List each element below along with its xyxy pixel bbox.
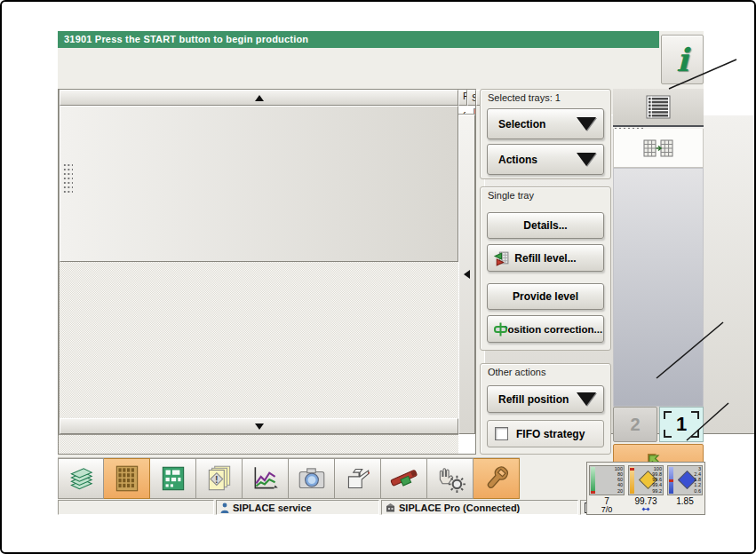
triangle-up-icon <box>255 95 264 101</box>
single-tray-label: Single tray <box>481 187 610 201</box>
triangle-down-icon <box>255 423 264 430</box>
feeder-tool-button[interactable] <box>381 458 427 499</box>
statistics-icon <box>250 464 282 493</box>
scroll-left-button[interactable] <box>458 115 475 434</box>
gauge-tick-labels: 10080604020 <box>615 467 623 494</box>
manual-gear-button[interactable] <box>427 458 473 499</box>
scrollbar-corner <box>59 434 458 454</box>
gauge-blue: 32.41.81.20.61.85 <box>667 465 703 514</box>
station-layout-button[interactable] <box>150 458 196 499</box>
tab-tray-view[interactable] <box>613 129 704 168</box>
manual-gear-icon <box>434 464 466 493</box>
gauge-sub-value: 7/0 <box>601 506 613 515</box>
gauge-tick-labels: 32.41.81.20.6 <box>694 467 701 494</box>
gauge-face: 10080604020 <box>589 465 625 495</box>
single-tray-group: Single tray Details... Refill level... P… <box>480 186 611 351</box>
gauge-yellow: 10099.899.699.499.299.73 <box>628 465 664 514</box>
vertical-scrollbar[interactable] <box>59 90 458 434</box>
gantry-2-button[interactable]: 2 <box>613 407 657 442</box>
setup-wrench-icon <box>481 464 513 493</box>
manual-screenshot-frame: 31901 Press the START button to begin pr… <box>0 0 756 554</box>
sidebar-filler <box>613 168 704 407</box>
user-icon <box>220 503 229 513</box>
gauge-tick-labels: 10099.899.699.499.2 <box>652 467 662 494</box>
other-actions-label: Other actions <box>481 364 610 377</box>
selection-dropdown-button[interactable]: Selection <box>487 108 604 139</box>
statistics-button[interactable] <box>243 458 289 499</box>
status-segment-empty <box>58 500 214 515</box>
maintenance-oilcan-button[interactable] <box>335 458 381 499</box>
gauge-limit-mark <box>630 468 634 471</box>
table-header-row: Position State Filling level Component C… <box>458 90 475 106</box>
maintenance-oilcan-icon <box>342 464 374 493</box>
gauge-bar <box>591 467 595 494</box>
refill-position-dropdown-button[interactable]: Refill position <box>487 385 604 413</box>
tray-view-icon <box>641 138 675 159</box>
gauge-value: 1.85 <box>676 496 693 506</box>
triangle-left-icon <box>464 270 470 279</box>
selected-trays-label: Selected trays: 1 <box>481 90 610 103</box>
selected-trays-group: Selected trays: 1 Selection Actions <box>480 89 611 179</box>
column-header-position[interactable]: Position <box>458 90 467 106</box>
gauge-limit-mark <box>669 479 673 482</box>
main-toolbar: ! <box>58 457 520 498</box>
error-log-icon: ! <box>203 464 235 493</box>
tab-list-view[interactable] <box>613 89 704 127</box>
dropdown-triangle-icon <box>577 117 596 131</box>
info-button[interactable]: i <box>661 35 704 84</box>
feeder-tool-icon <box>388 464 420 493</box>
dropdown-triangle-icon <box>577 153 596 166</box>
tray-grid-icon <box>111 464 143 493</box>
horizontal-scrollbar[interactable] <box>458 114 475 434</box>
fifo-strategy-row[interactable]: FIFO strategy <box>487 420 604 447</box>
message-bar: 31901 Press the START button to begin pr… <box>58 31 659 48</box>
refill-level-icon <box>493 249 510 266</box>
info-icon: i <box>676 44 688 75</box>
actions-dropdown-button[interactable]: Actions <box>487 144 604 175</box>
gauge-face: 10099.899.699.499.2 <box>628 465 664 495</box>
vertical-scroll-track[interactable] <box>60 262 458 418</box>
status-segment-user: SIPLACE service <box>216 500 379 515</box>
machine-icon <box>386 503 395 512</box>
tray-stack-icon <box>65 464 97 493</box>
gauge-face: 32.41.81.20.6 <box>667 465 703 495</box>
camera-button[interactable] <box>289 458 335 499</box>
fifo-strategy-checkbox[interactable] <box>495 427 508 440</box>
fifo-strategy-label: FIFO strategy <box>516 428 585 440</box>
column-header-state[interactable]: State <box>467 90 476 106</box>
station-layout-icon <box>157 464 189 493</box>
refill-level-button[interactable]: Refill level... <box>487 244 604 272</box>
provide-level-button[interactable]: Provide level <box>487 283 604 310</box>
tray-stack-button[interactable] <box>58 458 104 499</box>
gauge-link-icon <box>640 506 652 512</box>
scroll-up-button[interactable] <box>60 90 458 106</box>
vertical-scroll-thumb[interactable] <box>60 106 458 262</box>
details-button[interactable]: Details... <box>487 212 604 239</box>
tray-grid-button[interactable] <box>104 458 150 499</box>
dropdown-triangle-icon <box>577 392 596 406</box>
gauge-green: 1008060402077/0 <box>589 465 625 514</box>
performance-gauge-panel: 1008060402077/010099.899.699.499.299.733… <box>586 462 705 515</box>
gauge-limit-mark <box>591 491 595 494</box>
view-sidebar: 2 1 <box>613 89 704 455</box>
gauge-bar <box>630 467 634 494</box>
camera-icon <box>296 464 328 493</box>
setup-wrench-button[interactable] <box>473 458 520 499</box>
svg-text:!: ! <box>215 474 219 485</box>
position-correction-icon <box>493 321 509 337</box>
scroll-down-button[interactable] <box>60 418 458 434</box>
other-actions-group: Other actions Refill position FIFO strat… <box>480 363 611 455</box>
tray-table: Position State Filling level Component C… <box>58 89 476 455</box>
position-correction-button[interactable]: Position correction... <box>487 315 604 343</box>
gantry-1-button[interactable]: 1 <box>659 407 704 442</box>
list-view-icon <box>643 94 673 120</box>
gauge-value: 99.73 <box>634 496 657 506</box>
error-log-button[interactable]: ! <box>196 458 243 499</box>
status-segment-connection: SIPLACE Pro (Connected) <box>381 500 578 515</box>
siplace-app-window: 31901 Press the START button to begin pr… <box>58 31 704 515</box>
